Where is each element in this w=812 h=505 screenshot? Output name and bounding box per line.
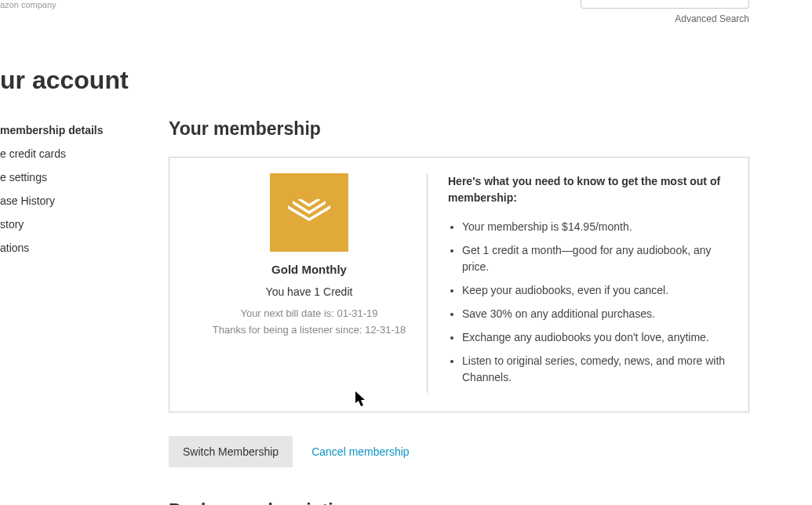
membership-card: Gold Monthly You have 1 Credit Your next…: [169, 157, 749, 412]
benefit-item: Get 1 credit a month—good for any audiob…: [462, 242, 726, 275]
sidebar-item-settings[interactable]: e settings: [0, 165, 110, 189]
sidebar-item-locations[interactable]: ations: [0, 236, 110, 260]
next-bill-date: Your next bill date is: 01-31-19: [191, 306, 427, 322]
sidebar-item-credit-cards[interactable]: e credit cards: [0, 142, 110, 165]
credit-balance: You have 1 Credit: [191, 285, 427, 298]
page-title: ur account: [0, 66, 812, 95]
sidebar-item-purchase-history[interactable]: ase History: [0, 189, 110, 213]
advanced-search-link[interactable]: Advanced Search: [675, 13, 749, 24]
benefit-item: Save 30% on any additional purchases.: [462, 306, 726, 322]
cancel-membership-link[interactable]: Cancel membership: [311, 445, 410, 458]
account-sidebar: membership details e credit cards e sett…: [0, 118, 110, 505]
sidebar-item-history[interactable]: story: [0, 213, 110, 236]
benefit-item: Exchange any audiobooks you don't love, …: [462, 329, 726, 346]
benefit-item: Your membership is $14.95/month.: [462, 219, 726, 235]
membership-intro: Here's what you need to know to get the …: [448, 173, 726, 206]
package-subscriptions-heading: Package subscriptions: [169, 500, 749, 505]
benefit-item: Listen to original series, comedy, news,…: [462, 353, 726, 386]
benefit-item: Keep your audiobooks, even if you cancel…: [462, 282, 726, 299]
listener-since: Thanks for being a listener since: 12-31…: [191, 322, 427, 339]
brand-tagline: azon company: [0, 0, 56, 9]
search-input[interactable]: [581, 0, 749, 9]
plan-name: Gold Monthly: [191, 263, 427, 276]
sidebar-item-membership-details[interactable]: membership details: [0, 118, 110, 142]
your-membership-heading: Your membership: [169, 118, 749, 140]
audible-logo-icon: [270, 173, 348, 252]
switch-membership-button[interactable]: Switch Membership: [169, 436, 293, 467]
